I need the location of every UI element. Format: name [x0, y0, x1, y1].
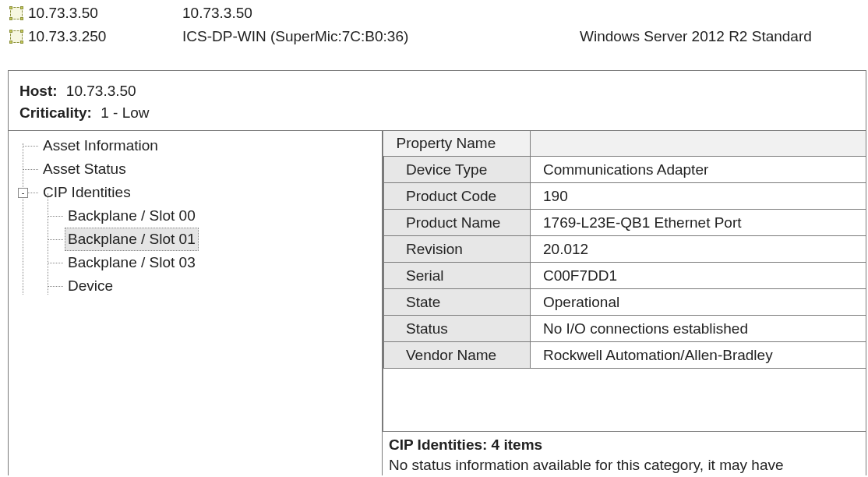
asset-name: ICS-DP-WIN (SuperMic:7C:B0:36): [182, 28, 580, 45]
property-value: 20.012: [531, 236, 866, 263]
host-label: Host:: [19, 83, 58, 99]
device-icon: [8, 30, 25, 43]
property-value: C00F7DD1: [531, 263, 866, 289]
tree-item-label: Asset Status: [40, 158, 129, 180]
properties-pane: Property Name Device Type Communications…: [383, 130, 866, 475]
table-row[interactable]: Revision 20.012: [384, 236, 866, 263]
tree-item-label: Backplane / Slot 00: [65, 205, 199, 227]
tree-item-label: Asset Information: [40, 135, 161, 157]
tree-item-slot-01[interactable]: Backplane / Slot 01: [18, 228, 199, 251]
table-row[interactable]: Product Name 1769-L23E-QB1 Ethernet Port: [384, 210, 866, 236]
detail-panel: Host: 10.73.3.50 Criticality: 1 - Low As…: [8, 70, 866, 475]
property-name: State: [384, 289, 531, 316]
property-value: Operational: [531, 289, 866, 316]
tree-item-slot-00[interactable]: Backplane / Slot 00: [18, 204, 199, 228]
footer-text: No status information available for this…: [389, 455, 859, 475]
tree-item-asset-status[interactable]: Asset Status: [18, 157, 199, 181]
tree-item-label: Backplane / Slot 03: [65, 252, 199, 274]
host-value: 10.73.3.50: [66, 83, 136, 99]
table-row[interactable]: Vendor Name Rockwell Automation/Allen-Br…: [384, 342, 866, 369]
tree-item-label: Device: [65, 275, 116, 297]
criticality-value: 1 - Low: [101, 104, 149, 121]
property-name: Product Code: [384, 183, 531, 210]
footer-title: CIP Identities: 4 items: [389, 435, 859, 455]
properties-table: Property Name Device Type Communications…: [383, 131, 866, 369]
device-icon: [8, 7, 25, 19]
asset-ip: 10.73.3.250: [25, 28, 182, 45]
property-name: Status: [384, 316, 531, 342]
tree-item-label: Backplane / Slot 01: [65, 228, 199, 251]
table-row[interactable]: Status No I/O connections established: [384, 316, 866, 342]
property-value: 1769-L23E-QB1 Ethernet Port: [531, 210, 866, 236]
table-header-row: Property Name: [384, 131, 866, 157]
table-row[interactable]: Device Type Communications Adapter: [384, 157, 866, 183]
properties-footer: CIP Identities: 4 items No status inform…: [383, 431, 866, 475]
tree-item-device[interactable]: Device: [18, 274, 199, 298]
tree-pane: Asset Information Asset Status - CIP Ide…: [9, 130, 383, 475]
asset-name: 10.73.3.50: [182, 5, 580, 22]
property-value: Communications Adapter: [531, 157, 866, 183]
property-name: Device Type: [384, 157, 531, 183]
table-row[interactable]: State Operational: [384, 289, 866, 316]
asset-list: 10.73.3.50 10.73.3.50 10.73.3.250 ICS-DP…: [0, 0, 868, 48]
property-value: 190: [531, 183, 866, 210]
property-name: Revision: [384, 236, 531, 263]
tree-item-label: CIP Identities: [40, 182, 134, 203]
asset-os: Windows Server 2012 R2 Standard: [580, 28, 868, 45]
property-name: Product Name: [384, 210, 531, 236]
tree-item-slot-03[interactable]: Backplane / Slot 03: [18, 251, 199, 274]
detail-header: Host: 10.73.3.50 Criticality: 1 - Low: [9, 71, 866, 130]
column-header-property-name[interactable]: Property Name: [384, 131, 531, 157]
collapse-icon[interactable]: -: [18, 188, 28, 198]
table-row[interactable]: 10.73.3.250 ICS-DP-WIN (SuperMic:7C:B0:3…: [8, 25, 868, 48]
property-value: No I/O connections established: [531, 316, 866, 342]
property-value: Rockwell Automation/Allen-Bradley: [531, 342, 866, 369]
table-row[interactable]: Serial C00F7DD1: [384, 263, 866, 289]
property-name: Serial: [384, 263, 531, 289]
table-row[interactable]: 10.73.3.50 10.73.3.50: [8, 2, 868, 25]
column-header-property-value[interactable]: [531, 131, 866, 157]
criticality-label: Criticality:: [19, 104, 92, 121]
tree-item-cip-identities[interactable]: - CIP Identities: [18, 181, 199, 204]
tree-item-asset-information[interactable]: Asset Information: [18, 134, 199, 157]
asset-ip: 10.73.3.50: [25, 5, 182, 22]
property-name: Vendor Name: [384, 342, 531, 369]
table-row[interactable]: Product Code 190: [384, 183, 866, 210]
